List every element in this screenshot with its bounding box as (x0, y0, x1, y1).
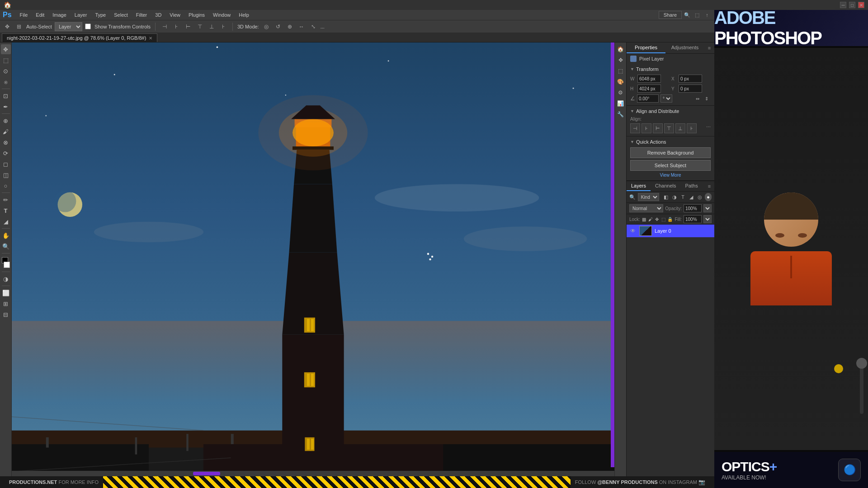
menu-filter[interactable]: Filter (132, 11, 151, 19)
angle-unit-select[interactable]: ° (660, 94, 672, 103)
menu-help[interactable]: Help (235, 11, 253, 19)
layer-filter-icon[interactable]: 🔍 (629, 193, 636, 201)
move-tool[interactable]: ✥ (1, 44, 11, 54)
align-right-btn[interactable]: ⊢ (653, 123, 663, 133)
align-top-btn[interactable]: ⊤ (664, 123, 674, 133)
close-button[interactable]: ✕ (858, 2, 864, 8)
lock-all-btn[interactable]: 🔒 (667, 215, 673, 223)
brush-tool[interactable]: 🖌 (1, 127, 11, 136)
workspace-icon[interactable]: ⬚ (693, 10, 702, 19)
history-brush-tool[interactable]: ⟳ (1, 148, 11, 158)
export-icon[interactable]: ↑ (703, 10, 712, 19)
optics-icon[interactable]: 🔵 (838, 459, 861, 481)
layer-kind-select[interactable]: Kind (638, 193, 659, 201)
stamp-tool[interactable]: ⊗ (1, 137, 11, 147)
transform-icon[interactable]: ⊞ (14, 22, 24, 31)
3d-orbit-icon[interactable]: ◎ (262, 22, 271, 31)
tab-close-button[interactable]: ✕ (149, 36, 152, 41)
view-more-link[interactable]: View More (630, 173, 711, 178)
color-swatches[interactable] (1, 257, 11, 268)
lock-artboard-btn[interactable]: ⬚ (661, 215, 665, 223)
layer-filter-toggle[interactable]: ● (705, 193, 712, 201)
blend-mode-select[interactable]: Normal Multiply Screen (629, 204, 663, 212)
more-options-icon[interactable]: ... (321, 24, 325, 29)
menu-3d[interactable]: 3D (151, 11, 165, 19)
align-middle-icon[interactable]: ⊥ (207, 22, 216, 31)
remove-background-button[interactable]: Remove Background (630, 147, 711, 158)
layer-visibility-toggle[interactable]: 👁 (629, 227, 637, 235)
y-input[interactable] (679, 84, 702, 93)
lock-move-btn[interactable]: ✥ (655, 215, 659, 223)
align-center-icon[interactable]: ⊦ (172, 22, 181, 31)
document-tab[interactable]: night-2022-03-02-21-19-27-utc.jpg @ 78.6… (2, 33, 157, 42)
menu-view[interactable]: View (166, 11, 184, 19)
menu-plugins[interactable]: Plugins (185, 11, 208, 19)
show-transform-checkbox[interactable] (85, 23, 91, 29)
lasso-tool[interactable]: ⊙ (1, 66, 11, 76)
lock-checkerboard-btn[interactable]: ▩ (642, 215, 646, 223)
dodge-tool[interactable]: ○ (1, 181, 11, 191)
canvas-scroll-thumb[interactable] (193, 472, 220, 475)
sidebar-icon-5[interactable]: ⚙ (616, 88, 626, 98)
quick-actions-header[interactable]: ▼ Quick Actions (630, 139, 711, 145)
maximize-button[interactable]: □ (849, 2, 855, 8)
channels-tab[interactable]: Channels (651, 181, 680, 191)
zoom-tool[interactable]: 🔍 (1, 241, 11, 251)
3d-scale-icon[interactable]: ⤡ (309, 22, 318, 31)
x-input[interactable] (679, 75, 702, 83)
align-right-icon[interactable]: ⊢ (184, 22, 193, 31)
layers-menu-icon[interactable]: ≡ (704, 181, 714, 191)
panel-menu-icon[interactable]: ≡ (704, 42, 714, 53)
3d-slide-icon[interactable]: ↔ (297, 22, 306, 31)
ps-home-icon[interactable]: 🏠 (4, 1, 11, 9)
eyedropper-tool[interactable]: ✒ (1, 102, 11, 112)
layer-item-0[interactable]: 👁 Layer 0 (627, 225, 714, 237)
shape-tool[interactable]: ◢ (1, 216, 11, 226)
angle-input[interactable] (637, 94, 659, 103)
minimize-button[interactable]: ─ (840, 2, 846, 8)
sidebar-icon-4[interactable]: 🎨 (616, 77, 626, 87)
marquee-tool[interactable]: ⬚ (1, 55, 11, 65)
align-center-v-btn[interactable]: ⊥ (675, 123, 685, 133)
eraser-tool[interactable]: ◻ (1, 159, 11, 169)
sidebar-icon-7[interactable]: 🔧 (616, 109, 626, 119)
3d-pan-icon[interactable]: ⊕ (285, 22, 294, 31)
menu-window[interactable]: Window (209, 11, 234, 19)
width-input[interactable] (637, 75, 661, 83)
transform-header[interactable]: ▼ Transform (630, 66, 711, 72)
share-button[interactable]: Share (659, 11, 682, 19)
tab-properties[interactable]: Properties (627, 42, 665, 53)
fill-input[interactable] (684, 215, 702, 223)
height-input[interactable] (637, 84, 661, 93)
menu-edit[interactable]: Edit (32, 11, 48, 19)
fill-arrow[interactable] (703, 215, 712, 223)
heal-tool[interactable]: ⊕ (1, 116, 11, 126)
crop-tool[interactable]: ⊡ (1, 91, 11, 101)
align-more-icon[interactable]: ··· (706, 123, 711, 133)
quick-mask-tool[interactable]: ◑ (1, 274, 11, 284)
sidebar-icon-1[interactable]: 🏠 (616, 44, 626, 54)
layer-shape-icon[interactable]: ◢ (688, 193, 695, 201)
align-top-icon[interactable]: ⊤ (195, 22, 204, 31)
align-left-icon[interactable]: ⊣ (160, 22, 169, 31)
align-left-btn[interactable]: ⊣ (630, 123, 640, 133)
menu-layer[interactable]: Layer (71, 11, 91, 19)
3d-roll-icon[interactable]: ↺ (274, 22, 283, 31)
move-tool-active-icon[interactable]: ✥ (3, 22, 12, 31)
menu-select[interactable]: Select (110, 11, 132, 19)
menu-type[interactable]: Type (91, 11, 109, 19)
layer-pixel-icon[interactable]: ◧ (663, 193, 670, 201)
canvas-scrollbar-h[interactable] (12, 471, 614, 476)
select-subject-button[interactable]: Select Subject (630, 160, 711, 171)
screen-mode-tool[interactable]: ⬜ (1, 288, 11, 298)
menu-file[interactable]: File (16, 11, 32, 19)
layer-0-name[interactable]: Layer 0 (655, 228, 712, 234)
layers-tab[interactable]: Layers (627, 181, 651, 191)
magic-wand-tool[interactable]: ⍟ (1, 77, 11, 87)
pen-tool[interactable]: ✏ (1, 195, 11, 205)
paths-tab[interactable]: Paths (681, 181, 703, 191)
layer-smart-icon[interactable]: ◎ (697, 193, 703, 201)
opacity-arrow[interactable] (703, 204, 712, 212)
lock-brush-btn[interactable]: 🖌 (648, 215, 653, 223)
autoselect-dropdown[interactable]: Layer Group (55, 22, 82, 31)
